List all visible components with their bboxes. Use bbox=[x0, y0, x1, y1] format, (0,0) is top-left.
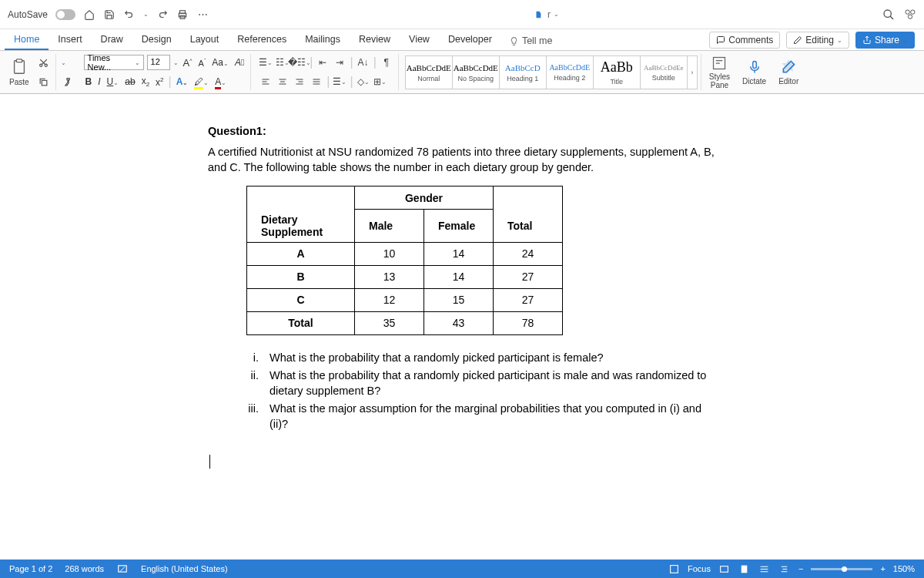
tab-review[interactable]: Review bbox=[350, 29, 400, 50]
text-effects-button[interactable]: A⌄ bbox=[175, 76, 190, 87]
highlight-button[interactable]: 🖊⌄ bbox=[192, 76, 210, 87]
shading-icon[interactable]: ◇⌄ bbox=[357, 75, 370, 89]
svg-rect-17 bbox=[742, 565, 748, 573]
align-left-icon[interactable] bbox=[259, 75, 273, 89]
bulb-icon bbox=[509, 36, 519, 46]
undo-icon[interactable] bbox=[123, 8, 136, 21]
subscript-button[interactable]: x2 bbox=[140, 76, 151, 88]
change-case-button[interactable]: Aa⌄ bbox=[210, 57, 230, 68]
th-male: Male bbox=[355, 210, 424, 243]
font-name-select[interactable]: Times New...⌄ bbox=[84, 55, 144, 70]
tab-design[interactable]: Design bbox=[132, 29, 181, 50]
tell-me[interactable]: Tell me bbox=[501, 31, 561, 50]
style-heading1[interactable]: AaBbCcDHeading 1 bbox=[499, 55, 547, 89]
zoom-slider[interactable] bbox=[811, 568, 872, 570]
multilevel-icon[interactable]: �☷⌄ bbox=[293, 55, 306, 69]
paste-dropdown-icon[interactable]: ⌄ bbox=[61, 59, 66, 66]
bullets-icon[interactable]: ☰⌄ bbox=[259, 55, 273, 69]
svg-rect-16 bbox=[721, 566, 728, 572]
styles-pane-icon bbox=[711, 55, 727, 71]
table-row: A 10 14 24 bbox=[247, 242, 563, 265]
sort-icon[interactable]: A↓ bbox=[357, 55, 370, 69]
superscript-button[interactable]: x2 bbox=[154, 76, 165, 88]
style-title[interactable]: AaBbTitle bbox=[593, 55, 641, 89]
font-color-button[interactable]: A⌄ bbox=[213, 76, 228, 87]
tab-insert[interactable]: Insert bbox=[49, 29, 91, 50]
style-normal[interactable]: AaBbCcDdENormal bbox=[405, 55, 453, 89]
justify-icon[interactable] bbox=[310, 75, 323, 89]
tab-draw[interactable]: Draw bbox=[92, 29, 132, 50]
dictate-button[interactable]: Dictate bbox=[738, 54, 771, 90]
document-area[interactable]: Question1: A certified Nutritionist at N… bbox=[0, 94, 924, 560]
spellcheck-icon[interactable] bbox=[116, 563, 129, 575]
focus-label[interactable]: Focus bbox=[688, 564, 711, 573]
copy-icon[interactable] bbox=[37, 75, 51, 89]
focus-icon[interactable] bbox=[668, 563, 680, 575]
cut-icon[interactable] bbox=[37, 55, 51, 69]
undo-dropdown-icon[interactable]: ⌄ bbox=[143, 11, 149, 18]
zoom-out-button[interactable]: − bbox=[798, 564, 803, 573]
printer-icon[interactable] bbox=[176, 8, 189, 21]
tab-layout[interactable]: Layout bbox=[181, 29, 229, 50]
doc-dropdown-icon[interactable]: ⌄ bbox=[554, 11, 559, 18]
styles-more-button[interactable]: › bbox=[687, 55, 698, 89]
styles-pane-button[interactable]: Styles Pane bbox=[705, 54, 735, 90]
align-center-icon[interactable] bbox=[276, 75, 290, 89]
tab-mailings[interactable]: Mailings bbox=[296, 29, 350, 50]
underline-button[interactable]: U⌄ bbox=[105, 76, 121, 87]
qi-num: i. bbox=[231, 351, 270, 366]
tab-references[interactable]: References bbox=[228, 29, 296, 50]
paste-button[interactable]: Paste bbox=[5, 54, 34, 90]
svg-rect-8 bbox=[16, 59, 22, 62]
line-spacing-icon[interactable]: ☰⌄ bbox=[333, 75, 346, 89]
home-icon[interactable] bbox=[83, 8, 95, 21]
editor-button[interactable]: Editor bbox=[774, 54, 803, 90]
qi-text: What is the probability that a randomly … bbox=[270, 351, 716, 366]
styles-gallery[interactable]: AaBbCcDdENormal AaBbCcDdENo Spacing AaBb… bbox=[405, 55, 698, 89]
save-icon[interactable] bbox=[103, 8, 116, 21]
autosave-toggle[interactable] bbox=[55, 9, 75, 20]
redo-icon[interactable] bbox=[156, 8, 169, 21]
font-size-dropdown-icon[interactable]: ⌄ bbox=[173, 59, 179, 66]
page-indicator[interactable]: Page 1 of 2 bbox=[9, 564, 52, 573]
style-subtitle[interactable]: AaBbCcDdEeSubtitle bbox=[640, 55, 688, 89]
document-page[interactable]: Question1: A certified Nutritionist at N… bbox=[185, 117, 739, 560]
format-painter-icon[interactable] bbox=[61, 75, 75, 89]
share-button[interactable]: Share ⌄ bbox=[855, 32, 915, 49]
more-icon[interactable]: ⋯ bbox=[196, 8, 209, 21]
print-layout-icon[interactable] bbox=[738, 563, 751, 575]
svg-point-5 bbox=[911, 10, 915, 14]
italic-button[interactable]: I bbox=[96, 76, 102, 87]
bold-button[interactable]: B bbox=[84, 76, 94, 87]
style-nospacing[interactable]: AaBbCcDdENo Spacing bbox=[452, 55, 500, 89]
zoom-level[interactable]: 150% bbox=[893, 564, 915, 573]
clear-format-button[interactable]: A⃠ bbox=[233, 57, 246, 68]
outline-icon[interactable] bbox=[778, 563, 791, 575]
diamond-icon[interactable] bbox=[904, 8, 916, 21]
clipboard-icon bbox=[11, 58, 28, 76]
style-heading2[interactable]: AaBbCcDdEHeading 2 bbox=[546, 55, 594, 89]
tab-developer[interactable]: Developer bbox=[439, 29, 501, 50]
word-count[interactable]: 268 words bbox=[65, 564, 104, 573]
language-indicator[interactable]: English (United States) bbox=[141, 564, 228, 573]
editing-button[interactable]: Editing ⌄ bbox=[786, 32, 849, 49]
web-layout-icon[interactable] bbox=[758, 563, 771, 575]
read-mode-icon[interactable] bbox=[718, 563, 731, 575]
strike-button[interactable]: ab bbox=[123, 76, 136, 87]
grow-font-button[interactable]: A^ bbox=[182, 57, 194, 69]
tell-me-label: Tell me bbox=[522, 35, 553, 46]
doc-title[interactable]: r bbox=[547, 9, 551, 20]
zoom-in-button[interactable]: + bbox=[880, 564, 885, 573]
font-size-select[interactable]: 12 bbox=[147, 55, 170, 70]
pilcrow-icon[interactable]: ¶ bbox=[380, 55, 393, 69]
borders-icon[interactable]: ⊞⌄ bbox=[373, 75, 387, 89]
align-right-icon[interactable] bbox=[293, 75, 306, 89]
comments-button[interactable]: Comments bbox=[709, 32, 780, 49]
indent-decrease-icon[interactable]: ⇤ bbox=[316, 55, 330, 69]
shrink-font-button[interactable]: Aˇ bbox=[197, 58, 208, 68]
tab-home[interactable]: Home bbox=[5, 29, 49, 50]
tab-view[interactable]: View bbox=[400, 29, 439, 50]
indent-increase-icon[interactable]: ⇥ bbox=[333, 55, 346, 69]
search-icon[interactable] bbox=[882, 8, 895, 21]
pencil-icon bbox=[793, 35, 802, 45]
